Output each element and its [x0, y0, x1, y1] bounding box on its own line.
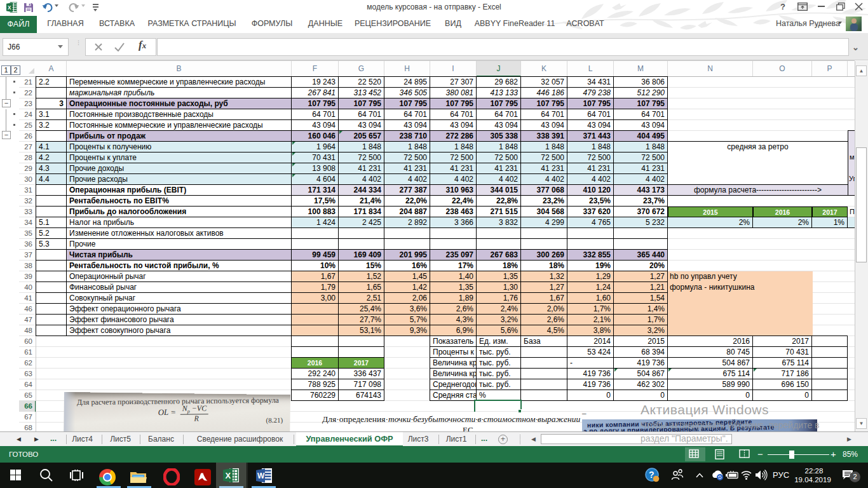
svg-text:W: W [257, 471, 265, 480]
svg-text:X: X [226, 471, 231, 480]
